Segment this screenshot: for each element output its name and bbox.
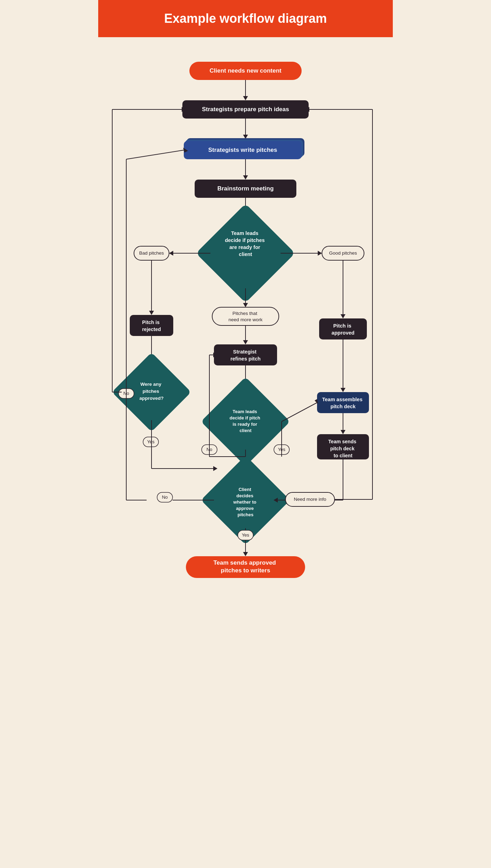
strategist-refines-node: Strategist refines pitch <box>214 344 277 365</box>
need-more-info-label: Need more info <box>285 492 335 506</box>
svg-text:Strategists prepare pitch idea: Strategists prepare pitch ideas <box>202 106 289 113</box>
header: Example workflow diagram <box>98 0 393 37</box>
team-sends-deck-node: Team sends pitch deck to client <box>317 434 369 459</box>
svg-text:Client needs new content: Client needs new content <box>210 67 282 74</box>
brainstorm-node: Brainstorm meeting <box>195 180 296 198</box>
strategists-prepare-node: Strategists prepare pitch ideas <box>182 100 309 119</box>
team-assembles-node: Team assembles pitch deck <box>317 392 369 413</box>
client-needs-node: Client needs new content <box>189 62 302 80</box>
svg-rect-55 <box>317 392 369 413</box>
pitches-more-work-label: Pitches that need more work <box>212 307 279 325</box>
workflow-diagram: Client needs new content Strategists pre… <box>105 51 386 851</box>
svg-text:Strategists write pitches: Strategists write pitches <box>208 147 277 153</box>
svg-text:Brainstorm meeting: Brainstorm meeting <box>217 185 274 192</box>
svg-text:No: No <box>162 494 168 500</box>
svg-text:Bad pitches: Bad pitches <box>139 250 164 256</box>
yes3-label: Yes <box>238 530 253 540</box>
svg-rect-29 <box>212 307 279 325</box>
bad-pitches-label: Bad pitches <box>134 246 169 260</box>
pitch-approved-node: Pitch is approved <box>319 318 367 339</box>
svg-text:Were any
        pitches
     : Were any pitches approved? <box>139 382 163 401</box>
good-pitches-label: Good pitches <box>322 246 364 260</box>
yes1-label: Yes <box>143 437 159 447</box>
no3-label: No <box>157 492 173 502</box>
strategists-write-node: Strategists write pitches <box>184 138 304 159</box>
svg-rect-35 <box>130 315 173 336</box>
svg-rect-43 <box>319 318 367 339</box>
page-title: Example workflow diagram <box>105 11 386 26</box>
svg-text:Good pitches: Good pitches <box>329 250 357 256</box>
svg-rect-39 <box>214 344 277 365</box>
team-sends-approved-node: Team sends approved pitches to writers <box>186 556 305 578</box>
pitch-rejected-node: Pitch is rejected <box>130 315 173 336</box>
svg-text:Yes: Yes <box>242 532 249 538</box>
svg-text:Yes: Yes <box>147 439 155 444</box>
svg-text:Need more info: Need more info <box>294 497 326 502</box>
